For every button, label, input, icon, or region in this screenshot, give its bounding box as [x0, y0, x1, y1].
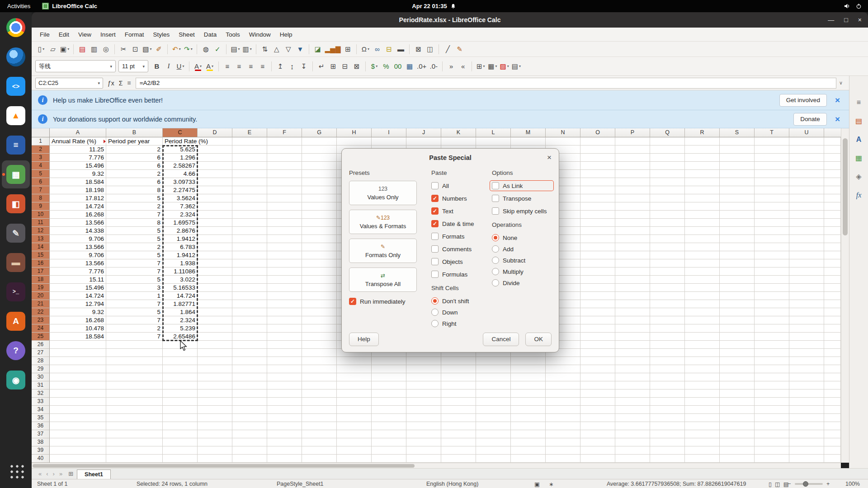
cell-Q33[interactable]: [650, 398, 685, 406]
cell-A20[interactable]: 14.724: [50, 292, 106, 300]
cell-T21[interactable]: [755, 300, 789, 308]
cell-L33[interactable]: [476, 398, 511, 406]
cell-D13[interactable]: [198, 235, 232, 243]
unmerge-cells-button[interactable]: ⊠: [351, 60, 363, 73]
cell-G9[interactable]: [302, 202, 337, 211]
new-document-button[interactable]: ▯▾: [35, 43, 47, 56]
cell-J36[interactable]: [406, 422, 441, 430]
cell-A5[interactable]: 9.32: [50, 170, 106, 178]
cell-C29[interactable]: [163, 365, 198, 373]
row-header-22[interactable]: 22: [32, 308, 50, 316]
cell-T3[interactable]: [755, 154, 789, 162]
cell-R20[interactable]: [685, 292, 720, 300]
system-status-area[interactable]: [844, 3, 868, 9]
column-header-R[interactable]: R: [685, 128, 720, 137]
cell-L29[interactable]: [476, 365, 511, 373]
cell-F22[interactable]: [267, 308, 302, 316]
cell-A31[interactable]: [50, 381, 106, 389]
cell-B14[interactable]: 2: [106, 243, 163, 251]
cell-P37[interactable]: [615, 430, 650, 438]
cell-M39[interactable]: [511, 446, 546, 455]
last-sheet-button[interactable]: »: [57, 470, 65, 477]
cell-H28[interactable]: [337, 357, 372, 365]
cell-G33[interactable]: [302, 398, 337, 406]
row-header-25[interactable]: 25: [32, 333, 50, 341]
first-sheet-button[interactable]: «: [36, 470, 44, 477]
cell-U2[interactable]: [789, 145, 824, 154]
cell-A32[interactable]: [50, 389, 106, 398]
format-number-button[interactable]: 00: [392, 60, 404, 73]
cell-L28[interactable]: [476, 357, 511, 365]
cell-D26[interactable]: [198, 341, 232, 349]
cell-S3[interactable]: [720, 154, 755, 162]
formula-input[interactable]: =A2/B2: [136, 78, 836, 89]
cell-B39[interactable]: [106, 446, 163, 455]
cell-M36[interactable]: [511, 422, 546, 430]
cell-C8[interactable]: 3.5624: [163, 194, 198, 202]
cell-I30[interactable]: [372, 373, 406, 381]
dock-item-help[interactable]: ?: [2, 337, 30, 365]
cell-F18[interactable]: [267, 276, 302, 284]
cell-D12[interactable]: [198, 227, 232, 235]
cell-L1[interactable]: [476, 137, 511, 145]
font-size-combo[interactable]: 11 pt ▾: [118, 60, 148, 72]
cell-A27[interactable]: [50, 349, 106, 357]
cell-F29[interactable]: [267, 365, 302, 373]
column-header-L[interactable]: L: [476, 128, 511, 137]
cell-T23[interactable]: [755, 316, 789, 324]
cell-O9[interactable]: [580, 202, 615, 211]
cell-Q13[interactable]: [650, 235, 685, 243]
cell-U24[interactable]: [789, 324, 824, 333]
cell-U19[interactable]: [789, 284, 824, 292]
cell-S5[interactable]: [720, 170, 755, 178]
insert-sheet-button[interactable]: ⊞: [68, 470, 73, 477]
row-header-16[interactable]: 16: [32, 259, 50, 267]
cell-P17[interactable]: [615, 267, 650, 276]
align-left-button[interactable]: ≡: [222, 60, 233, 73]
cell-A28[interactable]: [50, 357, 106, 365]
cell-Q35[interactable]: [650, 414, 685, 422]
cell-C18[interactable]: 3.022: [163, 276, 198, 284]
horizontal-scrollbar[interactable]: [32, 463, 841, 468]
cell-M38[interactable]: [511, 438, 546, 446]
cell-C36[interactable]: [163, 422, 198, 430]
cell-Q3[interactable]: [650, 154, 685, 162]
option-run-immediately[interactable]: Run immediately: [349, 296, 419, 306]
cell-Q1[interactable]: [650, 137, 685, 145]
menu-window[interactable]: Window: [245, 29, 275, 40]
cell-C4[interactable]: 2.58267: [163, 162, 198, 170]
cell-G16[interactable]: [302, 259, 337, 267]
paste-button[interactable]: ▧▾: [141, 43, 153, 56]
cell-Q2[interactable]: [650, 145, 685, 154]
cell-A24[interactable]: 10.478: [50, 324, 106, 333]
cell-F26[interactable]: [267, 341, 302, 349]
cell-D28[interactable]: [198, 357, 232, 365]
cell-G27[interactable]: [302, 349, 337, 357]
cell-O16[interactable]: [580, 259, 615, 267]
cell-N34[interactable]: [546, 406, 580, 414]
cell-I28[interactable]: [372, 357, 406, 365]
dock-item-thunderbird[interactable]: [2, 43, 30, 71]
cell-M35[interactable]: [511, 414, 546, 422]
cell-B32[interactable]: [106, 389, 163, 398]
cell-B21[interactable]: 7: [106, 300, 163, 308]
cell-K29[interactable]: [441, 365, 476, 373]
cell-U37[interactable]: [789, 430, 824, 438]
cell-T14[interactable]: [755, 243, 789, 251]
cell-R5[interactable]: [685, 170, 720, 178]
cell-G40[interactable]: [302, 455, 337, 463]
cell-A13[interactable]: 9.706: [50, 235, 106, 243]
cell-B35[interactable]: [106, 414, 163, 422]
align-justify-button[interactable]: ≡: [257, 60, 269, 73]
cell-P35[interactable]: [615, 414, 650, 422]
cell-R10[interactable]: [685, 211, 720, 219]
cell-C24[interactable]: 5.239: [163, 324, 198, 333]
cell-T28[interactable]: [755, 357, 789, 365]
row-header-20[interactable]: 20: [32, 292, 50, 300]
cell-O17[interactable]: [580, 267, 615, 276]
cell-U32[interactable]: [789, 389, 824, 398]
cell-A34[interactable]: [50, 406, 106, 414]
cell-P13[interactable]: [615, 235, 650, 243]
cell-I36[interactable]: [372, 422, 406, 430]
cell-B29[interactable]: [106, 365, 163, 373]
